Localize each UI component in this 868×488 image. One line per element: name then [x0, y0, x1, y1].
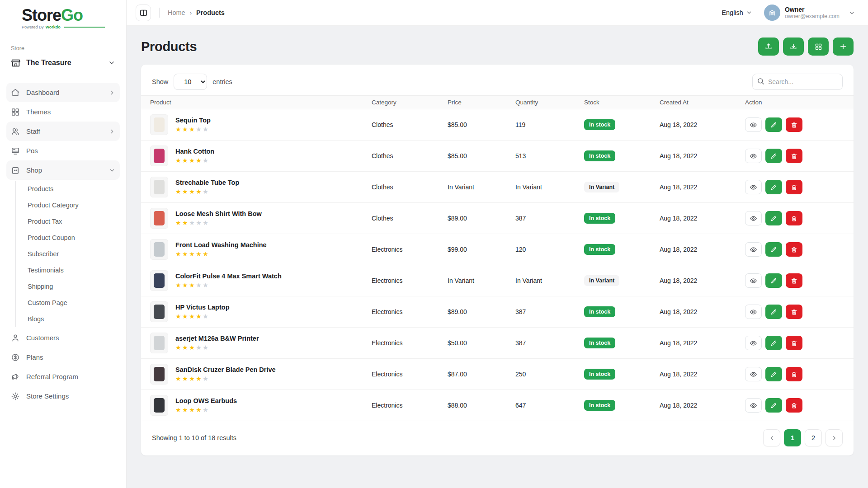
edit-button[interactable]	[765, 367, 782, 381]
product-thumbnail	[150, 177, 168, 197]
sidebar-item-staff[interactable]: Staff	[6, 122, 120, 141]
pagination-page-1-button[interactable]: 1	[784, 429, 801, 446]
price-cell: $88.00	[448, 402, 515, 409]
delete-button[interactable]	[786, 180, 802, 194]
edit-button[interactable]	[765, 242, 782, 257]
delete-button[interactable]	[786, 273, 802, 288]
trash-icon	[791, 246, 797, 253]
category-cell: Clothes	[372, 121, 448, 128]
sidebar-item-plans[interactable]: Plans	[6, 347, 120, 367]
column-header-created-at: Created At	[660, 99, 745, 106]
edit-button[interactable]	[765, 149, 782, 163]
sidebar-item-dashboard[interactable]: Dashboard	[6, 83, 120, 102]
sidebar-item-customers[interactable]: Customers	[6, 328, 120, 347]
pagination-page-2-button[interactable]: 2	[805, 429, 822, 446]
sidebar-item-product-tax[interactable]: Product Tax	[28, 213, 120, 230]
pencil-icon	[770, 309, 777, 315]
delete-button[interactable]	[786, 211, 802, 225]
star-icon: ★	[189, 406, 196, 413]
star-icon: ★	[189, 282, 196, 289]
rating-stars: ★★★★★	[175, 157, 214, 164]
sidebar-item-label: Plans	[26, 353, 43, 361]
language-dropdown[interactable]: English	[722, 9, 752, 16]
gear-icon	[11, 392, 20, 401]
delete-button[interactable]	[786, 242, 802, 257]
sidebar-item-store-settings[interactable]: Store Settings	[6, 386, 120, 406]
delete-button[interactable]	[786, 149, 802, 163]
stock-badge: In stock	[584, 400, 615, 411]
export-button[interactable]	[758, 38, 779, 56]
edit-button[interactable]	[765, 273, 782, 288]
edit-button[interactable]	[765, 180, 782, 194]
view-button[interactable]	[745, 305, 762, 319]
store-selector[interactable]: The Treasure	[11, 58, 115, 68]
delete-button[interactable]	[786, 336, 802, 350]
edit-button[interactable]	[765, 305, 782, 319]
view-button[interactable]	[745, 117, 762, 132]
sidebar-item-custom-page[interactable]: Custom Page	[28, 295, 120, 311]
sidebar-item-products[interactable]: Products	[28, 181, 120, 197]
view-button[interactable]	[745, 273, 762, 288]
quantity-cell: 513	[515, 152, 584, 160]
trash-icon	[791, 371, 797, 378]
star-icon: ★	[203, 406, 209, 413]
sidebar-item-testimonials[interactable]: Testimonials	[28, 262, 120, 278]
user-menu[interactable]: Owner owner@example.com	[764, 5, 855, 21]
view-button[interactable]	[745, 149, 762, 163]
quantity-cell: 120	[515, 246, 584, 253]
pagination-next-button[interactable]	[826, 429, 843, 446]
price-cell: In Variant	[448, 183, 515, 191]
delete-button[interactable]	[786, 117, 802, 132]
delete-button[interactable]	[786, 305, 802, 319]
powered-by-line	[64, 27, 105, 28]
product-image	[154, 367, 165, 381]
sidebar-item-product-category[interactable]: Product Category	[28, 197, 120, 213]
action-cell	[745, 305, 854, 319]
edit-button[interactable]	[765, 211, 782, 225]
product-name: Hank Cotton	[175, 148, 214, 155]
sidebar-item-referral-program[interactable]: Referral Program	[6, 367, 120, 386]
entries-select[interactable]: 10	[174, 74, 207, 90]
breadcrumb-home-link[interactable]: Home	[168, 9, 185, 16]
sidebar-toggle-button[interactable]	[136, 5, 151, 21]
sidebar-item-shipping[interactable]: Shipping	[28, 278, 120, 295]
product-image	[154, 336, 165, 350]
language-label: English	[722, 9, 743, 16]
view-button[interactable]	[745, 180, 762, 194]
storefront-icon	[11, 58, 21, 68]
sidebar-item-subscriber[interactable]: Subscriber	[28, 246, 120, 262]
sidebar-item-shop[interactable]: Shop	[6, 160, 120, 180]
star-icon: ★	[175, 282, 182, 289]
sidebar-item-themes[interactable]: Themes	[6, 102, 120, 122]
star-icon: ★	[182, 313, 189, 320]
store-name: The Treasure	[26, 59, 71, 67]
table-row: Strechable Tube Top ★★★★★ Clothes In Var…	[141, 172, 854, 203]
star-icon: ★	[203, 157, 209, 164]
grid-view-button[interactable]	[808, 38, 829, 56]
sidebar-item-blogs[interactable]: Blogs	[28, 311, 120, 327]
search-input[interactable]	[752, 74, 843, 90]
edit-button[interactable]	[765, 398, 782, 413]
view-button[interactable]	[745, 242, 762, 257]
view-button[interactable]	[745, 336, 762, 350]
shop-bag-icon	[11, 166, 20, 175]
add-product-button[interactable]	[833, 38, 854, 56]
shop-submenu: Products Product Category Product Tax Pr…	[15, 181, 120, 327]
view-button[interactable]	[745, 398, 762, 413]
delete-button[interactable]	[786, 367, 802, 381]
sidebar-item-product-coupon[interactable]: Product Coupon	[28, 230, 120, 246]
sidebar-nav: Dashboard Themes Staff Pos Shop Products…	[0, 77, 126, 406]
logo[interactable]: StoreGo Powered By Workdo	[0, 0, 126, 35]
star-icon: ★	[189, 375, 196, 382]
import-button[interactable]	[783, 38, 804, 56]
edit-button[interactable]	[765, 117, 782, 132]
view-button[interactable]	[745, 367, 762, 381]
sidebar-item-pos[interactable]: Pos	[6, 141, 120, 160]
trash-icon	[791, 122, 797, 128]
view-button[interactable]	[745, 211, 762, 225]
edit-button[interactable]	[765, 336, 782, 350]
pagination-prev-button[interactable]	[763, 429, 780, 446]
star-icon: ★	[175, 375, 182, 382]
product-cell: Hank Cotton ★★★★★	[141, 145, 372, 166]
delete-button[interactable]	[786, 398, 802, 413]
